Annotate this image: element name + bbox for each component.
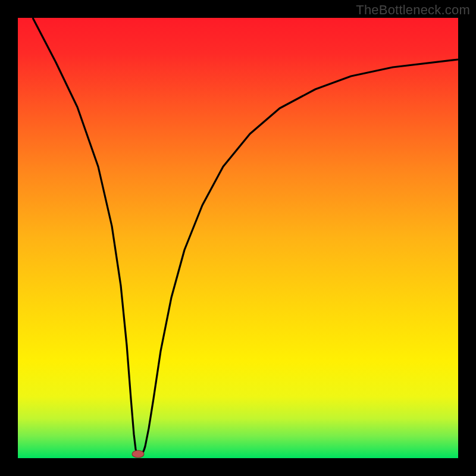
gradient-background	[18, 18, 458, 458]
bottleneck-curve-plot	[18, 18, 458, 458]
plot-svg	[18, 18, 458, 458]
watermark-text: TheBottleneck.com	[356, 2, 470, 18]
chart-stage: TheBottleneck.com	[0, 0, 476, 476]
optimal-point-marker	[132, 450, 144, 458]
